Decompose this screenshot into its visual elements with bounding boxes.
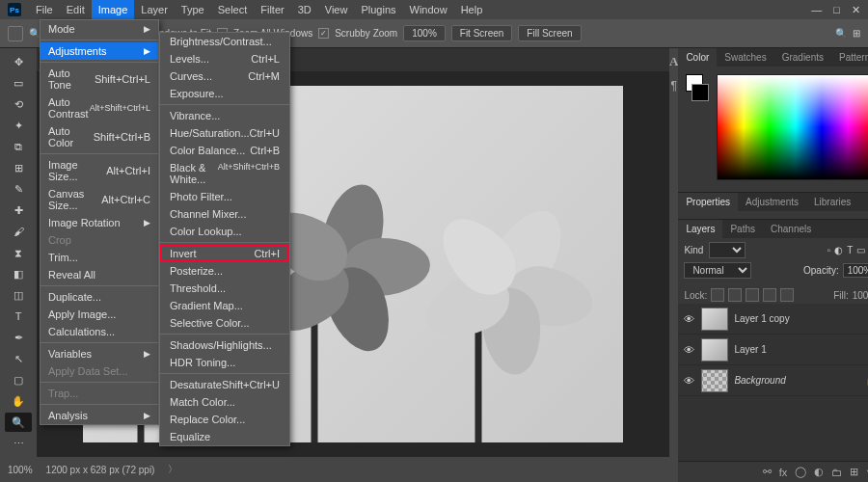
filter-adjust-icon[interactable]: ◐ xyxy=(834,245,843,255)
sm-levels[interactable]: Levels...Ctrl+L xyxy=(160,50,289,67)
tab-adjustments[interactable]: Adjustments xyxy=(738,193,806,211)
sm-photo-filter[interactable]: Photo Filter... xyxy=(160,188,289,205)
pen-tool[interactable]: ✒ xyxy=(5,328,32,347)
opacity-input[interactable]: 100% xyxy=(843,263,868,278)
menu-view[interactable]: View xyxy=(318,0,355,19)
color-spectrum[interactable] xyxy=(717,74,868,180)
menu-layer[interactable]: Layer xyxy=(134,0,175,19)
filter-type-icon[interactable]: T xyxy=(847,245,853,255)
mi-image-rotation[interactable]: Image Rotation▶ xyxy=(41,214,158,231)
mi-auto-tone[interactable]: Auto ToneShift+Ctrl+L xyxy=(41,65,158,94)
layer-row[interactable]: 👁Layer 1 xyxy=(678,335,868,365)
type-tool[interactable]: T xyxy=(5,307,32,326)
sm-brightness[interactable]: Brightness/Contrast... xyxy=(160,33,289,50)
mi-trim[interactable]: Trim... xyxy=(41,249,158,266)
sm-desaturate[interactable]: DesaturateShift+Ctrl+U xyxy=(160,376,289,393)
mi-calculations[interactable]: Calculations... xyxy=(41,323,158,340)
fit-screen-button[interactable]: Fit Screen xyxy=(451,25,513,41)
hand-tool[interactable]: ✋ xyxy=(5,391,32,411)
sm-match-color[interactable]: Match Color... xyxy=(160,393,289,411)
sm-replace-color[interactable]: Replace Color... xyxy=(160,411,289,428)
character-panel-icon[interactable]: A xyxy=(669,54,678,69)
lock-all-icon[interactable] xyxy=(780,288,794,302)
home-icon[interactable] xyxy=(8,26,23,41)
mi-crop[interactable]: Crop xyxy=(41,231,158,249)
doc-dimensions[interactable]: 1200 px x 628 px (72 ppi) xyxy=(46,465,155,475)
path-tool[interactable]: ↖ xyxy=(5,349,32,368)
minimize-icon[interactable]: — xyxy=(811,4,822,16)
blend-mode-select[interactable]: Normal xyxy=(684,262,751,279)
workspace-icon[interactable]: ⊞ xyxy=(853,28,860,39)
stamp-tool[interactable]: ⧗ xyxy=(5,243,32,262)
sm-selective-color[interactable]: Selective Color... xyxy=(160,314,289,332)
visibility-icon[interactable]: 👁 xyxy=(682,375,695,387)
mi-apply-image[interactable]: Apply Image... xyxy=(41,306,158,323)
kind-filter[interactable] xyxy=(709,242,746,258)
tab-paths[interactable]: Paths xyxy=(722,220,763,238)
menu-plugins[interactable]: Plugins xyxy=(354,0,402,19)
mi-duplicate[interactable]: Duplicate... xyxy=(41,288,158,306)
mi-trap[interactable]: Trap... xyxy=(41,385,158,402)
edit-toolbar[interactable]: ⋯ xyxy=(5,434,32,453)
lock-artboard-icon[interactable] xyxy=(763,288,776,302)
filter-shape-icon[interactable]: ▭ xyxy=(856,245,865,255)
tab-color[interactable]: Color xyxy=(678,48,717,67)
sm-threshold[interactable]: Threshold... xyxy=(160,280,289,297)
sm-channel-mixer[interactable]: Channel Mixer... xyxy=(160,205,289,223)
background-color[interactable] xyxy=(692,84,709,101)
eraser-tool[interactable]: ◧ xyxy=(5,264,32,283)
zoom-readout[interactable]: 100% xyxy=(8,465,33,475)
mi-apply-data-set[interactable]: Apply Data Set... xyxy=(41,362,158,380)
sm-black-white[interactable]: Black & White...Alt+Shift+Ctrl+B xyxy=(160,159,289,188)
visibility-icon[interactable]: 👁 xyxy=(682,313,695,325)
mi-canvas-size[interactable]: Canvas Size...Alt+Ctrl+C xyxy=(41,185,158,214)
mi-analysis[interactable]: Analysis▶ xyxy=(41,407,158,424)
new-fill-icon[interactable]: ◐ xyxy=(814,466,824,478)
zoom-tool[interactable]: 🔍 xyxy=(5,413,32,432)
menu-edit[interactable]: Edit xyxy=(60,0,92,19)
sm-vibrance[interactable]: Vibrance... xyxy=(160,107,289,124)
sm-invert[interactable]: InvertCtrl+I xyxy=(160,245,289,262)
sm-color-lookup[interactable]: Color Lookup... xyxy=(160,223,289,240)
layer-fx-icon[interactable]: fx xyxy=(779,467,788,478)
eyedropper-tool[interactable]: ✎ xyxy=(5,179,32,199)
menu-file[interactable]: File xyxy=(29,0,60,19)
filter-pixel-icon[interactable]: ▫ xyxy=(827,245,831,255)
mi-image-size[interactable]: Image Size...Alt+Ctrl+I xyxy=(41,156,158,185)
menu-window[interactable]: Window xyxy=(403,0,454,19)
fill-input[interactable]: 100% xyxy=(853,290,868,301)
tab-gradients[interactable]: Gradients xyxy=(774,48,831,67)
tab-channels[interactable]: Channels xyxy=(763,220,819,238)
lock-transparent-icon[interactable] xyxy=(711,288,724,302)
lock-position-icon[interactable] xyxy=(746,288,759,302)
shape-tool[interactable]: ▢ xyxy=(5,370,32,389)
zoom-100-button[interactable]: 100% xyxy=(403,25,446,41)
wand-tool[interactable]: ✦ xyxy=(5,116,32,135)
sm-color-balance[interactable]: Color Balance...Ctrl+B xyxy=(160,142,289,159)
layer-mask-icon[interactable]: ◯ xyxy=(795,466,806,478)
tab-layers[interactable]: Layers xyxy=(678,220,722,238)
link-layers-icon[interactable]: ⚯ xyxy=(763,466,772,478)
search-icon[interactable]: 🔍 xyxy=(835,28,847,39)
menu-filter[interactable]: Filter xyxy=(254,0,290,19)
visibility-icon[interactable]: 👁 xyxy=(682,344,695,356)
sm-equalize[interactable]: Equalize xyxy=(160,428,289,445)
layer-row[interactable]: 👁Background🔒 xyxy=(678,365,868,396)
mi-variables[interactable]: Variables▶ xyxy=(41,345,158,362)
tab-patterns[interactable]: Patterns xyxy=(831,48,868,67)
tab-properties[interactable]: Properties xyxy=(678,193,738,211)
frame-tool[interactable]: ⊞ xyxy=(5,158,32,177)
tab-libraries[interactable]: Libraries xyxy=(806,193,858,211)
brush-tool[interactable]: 🖌 xyxy=(5,222,32,241)
tab-swatches[interactable]: Swatches xyxy=(717,48,773,67)
mi-reveal-all[interactable]: Reveal All xyxy=(41,266,158,283)
sm-posterize[interactable]: Posterize... xyxy=(160,262,289,280)
heal-tool[interactable]: ✚ xyxy=(5,201,32,220)
lasso-tool[interactable]: ⟲ xyxy=(5,94,32,114)
sm-hdr[interactable]: HDR Toning... xyxy=(160,354,289,371)
menu-image[interactable]: Image xyxy=(92,0,135,19)
menu-3d[interactable]: 3D xyxy=(291,0,318,19)
sm-hue[interactable]: Hue/Saturation...Ctrl+U xyxy=(160,124,289,142)
new-layer-icon[interactable]: ⊞ xyxy=(850,466,858,478)
fill-screen-button[interactable]: Fill Screen xyxy=(518,25,581,41)
